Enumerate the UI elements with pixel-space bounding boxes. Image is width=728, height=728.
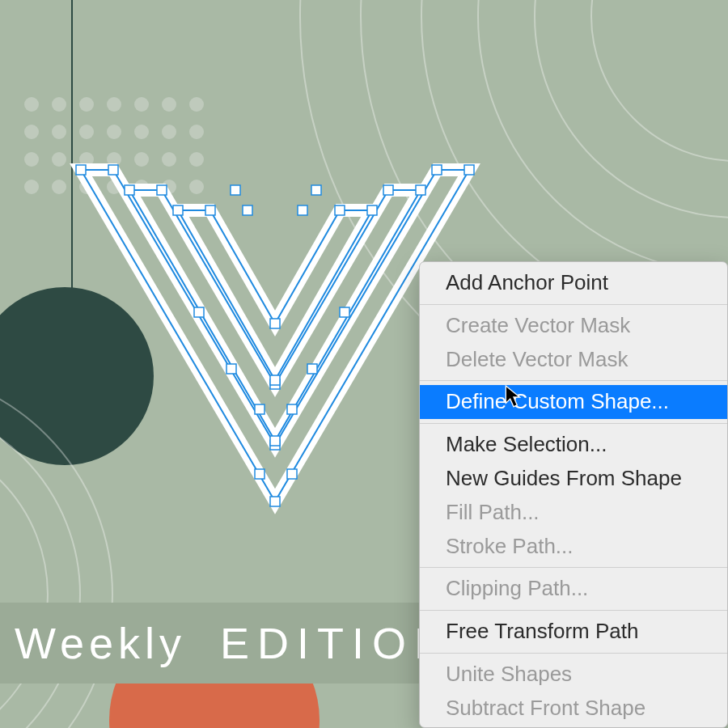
menu-separator — [420, 304, 727, 305]
menu-separator — [420, 380, 727, 381]
menu-item-add-anchor-point[interactable]: Add Anchor Point — [420, 266, 727, 300]
menu-item-define-custom-shape[interactable]: Define Custom Shape... — [420, 385, 727, 419]
menu-item-fill-path: Fill Path... — [420, 496, 727, 530]
svg-rect-26 — [298, 205, 307, 215]
menu-separator — [420, 653, 727, 654]
svg-rect-11 — [270, 436, 280, 446]
menu-item-new-guides-from-shape[interactable]: New Guides From Shape — [420, 462, 727, 496]
menu-item-unite-shapes: Unite Shapes — [420, 658, 727, 692]
svg-rect-16 — [270, 319, 280, 328]
menu-separator — [420, 423, 727, 424]
menu-item-delete-vector-mask: Delete Vector Mask — [420, 343, 727, 377]
menu-item-subtract-front-shape: Subtract Front Shape — [420, 692, 727, 726]
svg-rect-13 — [205, 205, 215, 215]
svg-rect-21 — [307, 364, 317, 374]
design-canvas[interactable]: Weekly EDITION # — [0, 0, 728, 728]
svg-rect-29 — [231, 185, 240, 195]
menu-separator — [420, 610, 727, 611]
context-menu[interactable]: Add Anchor Point Create Vector Mask Dele… — [419, 261, 728, 728]
svg-rect-25 — [287, 469, 297, 479]
svg-rect-12 — [173, 205, 183, 215]
menu-item-create-vector-mask: Create Vector Mask — [420, 309, 727, 343]
svg-rect-24 — [255, 469, 265, 479]
banner-text-weekly: Weekly — [15, 618, 186, 668]
svg-rect-27 — [243, 205, 252, 215]
svg-rect-19 — [340, 307, 349, 317]
svg-rect-5 — [270, 497, 280, 506]
svg-rect-10 — [270, 379, 280, 389]
svg-rect-20 — [226, 364, 236, 374]
menu-separator — [420, 567, 727, 568]
svg-rect-4 — [270, 440, 280, 450]
svg-rect-23 — [287, 404, 297, 414]
menu-item-clipping-path: Clipping Path... — [420, 572, 727, 606]
menu-item-free-transform-path[interactable]: Free Transform Path — [420, 615, 727, 649]
svg-rect-18 — [194, 307, 204, 317]
dot-grid — [24, 97, 210, 201]
svg-rect-28 — [311, 185, 321, 195]
menu-item-make-selection[interactable]: Make Selection... — [420, 428, 727, 462]
menu-item-stroke-path: Stroke Path... — [420, 530, 727, 564]
svg-rect-17 — [270, 375, 280, 385]
svg-rect-22 — [255, 404, 265, 414]
